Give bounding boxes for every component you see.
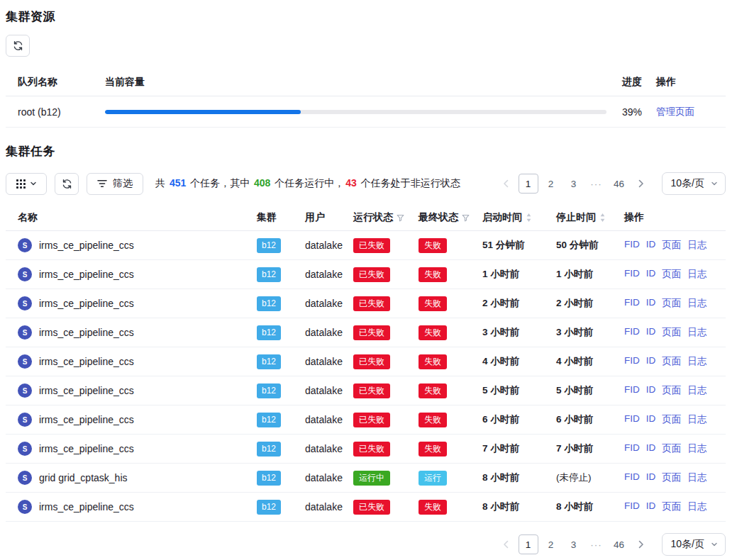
pagination-page-2[interactable]: 2 xyxy=(541,174,561,194)
action-link-id[interactable]: ID xyxy=(646,413,656,426)
final-status-badge: 失败 xyxy=(419,413,447,427)
pagination-page-2[interactable]: 2 xyxy=(541,534,561,554)
action-link-id[interactable]: ID xyxy=(646,384,656,397)
action-link-页面[interactable]: 页面 xyxy=(662,297,681,310)
action-link-日志[interactable]: 日志 xyxy=(687,413,706,426)
action-link-页面[interactable]: 页面 xyxy=(662,500,681,513)
pagination-pages: 123···46 xyxy=(519,174,629,194)
summary-text: 共 xyxy=(155,177,168,189)
run-status-badge: 已失败 xyxy=(353,413,390,427)
filter-lines-icon xyxy=(97,179,107,188)
stop-time: 7 小时前 xyxy=(556,442,624,455)
summary-total-count: 451 xyxy=(168,177,187,189)
final-status-badge: 失败 xyxy=(419,383,447,398)
action-link-fid[interactable]: FID xyxy=(624,384,640,397)
pagination-page-3[interactable]: 3 xyxy=(564,174,584,194)
action-link-页面[interactable]: 页面 xyxy=(662,268,681,281)
cluster-badge: b12 xyxy=(257,413,281,427)
action-link-日志[interactable]: 日志 xyxy=(687,384,706,397)
pagination: 123···46 xyxy=(497,534,650,554)
task-name: irms_ce_pipeline_ccs xyxy=(39,385,134,396)
refresh-icon xyxy=(62,179,72,189)
task-name-cell: S grid grid_cptask_his xyxy=(18,471,257,485)
action-link-日志[interactable]: 日志 xyxy=(687,268,706,281)
pagination-page-46[interactable]: 46 xyxy=(609,174,629,194)
action-link-日志[interactable]: 日志 xyxy=(687,471,706,484)
pagination-prev-button[interactable] xyxy=(497,174,516,194)
action-link-fid[interactable]: FID xyxy=(624,239,640,252)
action-link-页面[interactable]: 页面 xyxy=(662,413,681,426)
action-link-fid[interactable]: FID xyxy=(624,355,640,368)
action-link-id[interactable]: ID xyxy=(646,239,656,252)
action-link-日志[interactable]: 日志 xyxy=(687,297,706,310)
filter-funnel-icon[interactable] xyxy=(462,214,470,222)
pagination-next-button[interactable] xyxy=(632,174,650,194)
action-link-日志[interactable]: 日志 xyxy=(687,326,706,339)
column-header-start-time: 启动时间 xyxy=(482,211,556,224)
layout-grid-button[interactable] xyxy=(6,173,47,195)
sorter-icon[interactable] xyxy=(599,213,606,223)
action-link-页面[interactable]: 页面 xyxy=(662,239,681,252)
refresh-icon xyxy=(13,40,23,51)
action-link-页面[interactable]: 页面 xyxy=(662,442,681,455)
cluster-resources-title: 集群资源 xyxy=(6,9,726,25)
action-link-fid[interactable]: FID xyxy=(624,500,640,513)
task-table-body: S irms_ce_pipeline_ccs b12 datalake 已失败 … xyxy=(6,231,726,522)
stop-time: 1 小时前 xyxy=(556,268,624,281)
capacity-cell xyxy=(105,110,622,114)
avatar: S xyxy=(18,354,32,369)
filter-funnel-icon[interactable] xyxy=(397,214,404,222)
action-link-fid[interactable]: FID xyxy=(624,442,640,455)
summary-text: 个任务，其中 xyxy=(187,177,253,189)
task-name-cell: S irms_ce_pipeline_ccs xyxy=(18,442,257,456)
action-link-页面[interactable]: 页面 xyxy=(662,326,681,339)
run-status-badge: 已失败 xyxy=(353,383,390,398)
run-status-badge: 运行中 xyxy=(353,471,390,486)
action-link-fid[interactable]: FID xyxy=(624,297,640,310)
action-link-id[interactable]: ID xyxy=(646,355,656,368)
run-status-badge: 已失败 xyxy=(353,296,390,311)
action-link-id[interactable]: ID xyxy=(646,471,656,484)
action-link-fid[interactable]: FID xyxy=(624,326,640,339)
action-link-日志[interactable]: 日志 xyxy=(687,239,706,252)
page-size-select[interactable]: 10条/页 xyxy=(662,172,726,195)
task-name: irms_ce_pipeline_ccs xyxy=(39,443,134,454)
final-status-badge: 失败 xyxy=(419,500,447,515)
table-row: S irms_ce_pipeline_ccs b12 datalake 已失败 … xyxy=(6,318,726,347)
filter-button[interactable]: 筛选 xyxy=(87,173,143,195)
refresh-tasks-button[interactable] xyxy=(55,173,79,195)
action-link-页面[interactable]: 页面 xyxy=(662,471,681,484)
action-link-页面[interactable]: 页面 xyxy=(662,384,681,397)
manage-page-link[interactable]: 管理页面 xyxy=(656,106,694,117)
refresh-resources-button[interactable] xyxy=(6,35,30,57)
start-time: 7 小时前 xyxy=(482,442,556,455)
sorter-icon[interactable] xyxy=(526,213,532,223)
page-size-select[interactable]: 10条/页 xyxy=(662,533,726,556)
pagination-page-3[interactable]: 3 xyxy=(564,534,584,554)
action-link-日志[interactable]: 日志 xyxy=(687,442,706,455)
cluster-resources-toolbar xyxy=(6,35,726,57)
action-link-fid[interactable]: FID xyxy=(624,268,640,281)
action-link-fid[interactable]: FID xyxy=(624,413,640,426)
column-header-capacity: 当前容量 xyxy=(105,76,622,89)
task-name-cell: S irms_ce_pipeline_ccs xyxy=(18,325,257,340)
action-link-页面[interactable]: 页面 xyxy=(662,355,681,368)
action-link-id[interactable]: ID xyxy=(646,268,656,281)
chevron-down-icon xyxy=(30,180,37,187)
action-link-日志[interactable]: 日志 xyxy=(687,355,706,368)
action-link-fid[interactable]: FID xyxy=(624,471,640,484)
user-name: datalake xyxy=(305,443,353,454)
action-link-日志[interactable]: 日志 xyxy=(687,500,706,513)
pagination-next-button[interactable] xyxy=(632,534,650,554)
action-link-id[interactable]: ID xyxy=(646,442,656,455)
action-link-id[interactable]: ID xyxy=(646,500,656,513)
action-link-id[interactable]: ID xyxy=(646,297,656,310)
pagination-page-1[interactable]: 1 xyxy=(519,534,538,554)
action-link-id[interactable]: ID xyxy=(646,326,656,339)
pagination-prev-button[interactable] xyxy=(497,534,516,554)
avatar: S xyxy=(18,296,32,310)
pagination-page-46[interactable]: 46 xyxy=(609,534,629,554)
column-header-final-status: 最终状态 xyxy=(419,211,482,224)
avatar: S xyxy=(18,500,32,514)
pagination-page-1[interactable]: 1 xyxy=(519,174,538,194)
